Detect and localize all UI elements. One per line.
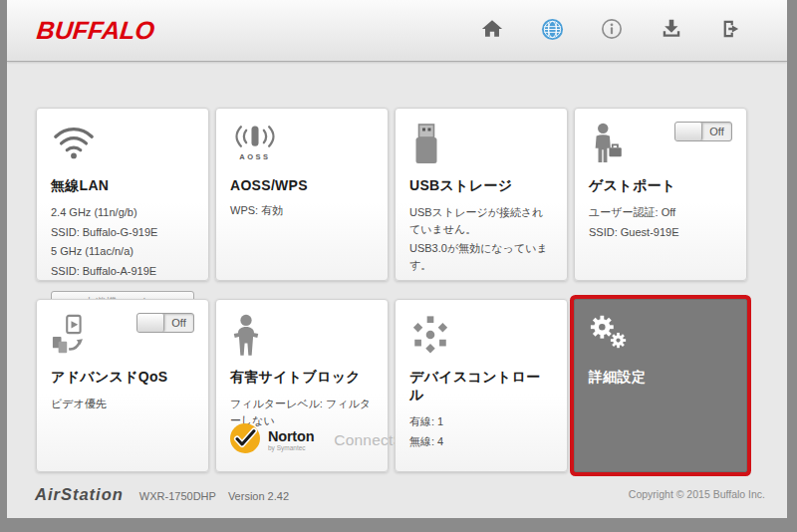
norton-connectsafe-logo: Norton by Symantec ConnectSafe bbox=[229, 422, 378, 458]
guest-auth-status: ユーザー認証: Off bbox=[589, 204, 732, 221]
card-title: デバイスコントロール bbox=[409, 369, 553, 404]
card-title: アドバンスドQoS bbox=[51, 369, 194, 387]
norton-brand: Norton bbox=[268, 429, 314, 444]
info-icon bbox=[601, 18, 623, 43]
card-advanced-qos[interactable]: Off アドバンスドQoS ビデオ優先 bbox=[36, 299, 209, 472]
toggle-state-label: Off bbox=[164, 314, 193, 332]
qos-media-icon bbox=[51, 313, 93, 361]
airstation-logo: AirStation bbox=[35, 485, 124, 504]
internet-globe-icon bbox=[541, 18, 564, 44]
band-5ghz: 5 GHz (11ac/n/a) bbox=[51, 243, 194, 260]
firmware-version: Version 2.42 bbox=[228, 490, 289, 502]
aoss-icon: AOSS bbox=[230, 122, 280, 161]
card-aoss-wps[interactable]: AOSS AOSS/WPS WPS: 有効 bbox=[215, 108, 389, 281]
toggle-knob bbox=[137, 314, 164, 332]
browser-frame: BUFFALO bbox=[0, 0, 797, 532]
band-24ghz: 2.4 GHz (11n/g/b) bbox=[51, 204, 194, 221]
toggle-state-label: Off bbox=[702, 123, 731, 140]
card-guest-port[interactable]: Off ゲストポート ユーザー認証: Off SSID: Guest-919E bbox=[574, 108, 747, 281]
save-config-button[interactable] bbox=[660, 19, 683, 43]
ssid-24ghz: SSID: Buffalo-G-919E bbox=[51, 224, 194, 241]
device-cluster-icon bbox=[409, 313, 451, 361]
airstation-dashboard: BUFFALO bbox=[7, 0, 787, 518]
home-icon bbox=[481, 18, 503, 43]
info-button[interactable] bbox=[600, 19, 624, 43]
norton-check-icon bbox=[229, 422, 261, 458]
card-wireless-lan[interactable]: 無線LAN 2.4 GHz (11n/g/b) SSID: Buffalo-G-… bbox=[36, 108, 209, 281]
wps-status: WPS: 有効 bbox=[230, 202, 374, 219]
qos-priority: ビデオ優先 bbox=[51, 396, 194, 412]
model-number: WXR-1750DHP bbox=[139, 490, 216, 502]
ssid-5ghz: SSID: Buffalo-A-919E bbox=[51, 263, 194, 280]
usb-icon bbox=[409, 122, 443, 171]
qos-toggle[interactable]: Off bbox=[136, 313, 194, 333]
buffalo-logo: BUFFALO bbox=[35, 16, 155, 45]
card-title: AOSS/WPS bbox=[230, 177, 374, 193]
card-advanced-settings[interactable]: 詳細設定 bbox=[574, 299, 747, 472]
card-title: ゲストポート bbox=[589, 177, 732, 195]
toggle-knob bbox=[675, 123, 702, 140]
footer-bar: AirStation WXR-1750DHP Version 2.42 Copy… bbox=[7, 472, 787, 518]
aoss-icon-label: AOSS bbox=[239, 152, 270, 161]
card-device-control[interactable]: デバイスコントロール 有線: 1 無線: 4 bbox=[395, 299, 568, 472]
tile-grid: 無線LAN 2.4 GHz (11n/g/b) SSID: Buffalo-G-… bbox=[36, 108, 747, 472]
card-title: USBストレージ bbox=[409, 177, 553, 195]
internet-button[interactable] bbox=[540, 19, 564, 43]
header-icon-group bbox=[480, 19, 743, 43]
guest-user-icon bbox=[589, 122, 627, 171]
copyright-text: Copyright © 2015 Buffalo Inc. bbox=[629, 488, 765, 500]
usb-status-1: USBストレージが接続されていません。 bbox=[409, 204, 553, 237]
logout-icon bbox=[720, 18, 742, 43]
dashboard-main: 無線LAN 2.4 GHz (11n/g/b) SSID: Buffalo-G-… bbox=[7, 62, 787, 472]
guest-ssid: SSID: Guest-919E bbox=[589, 224, 732, 241]
guest-port-toggle[interactable]: Off bbox=[674, 122, 732, 141]
save-config-icon bbox=[661, 18, 682, 43]
card-usb-storage[interactable]: USBストレージ USBストレージが接続されていません。 USB3.0が無効にな… bbox=[395, 108, 568, 281]
norton-sub: by Symantec bbox=[268, 445, 314, 452]
logout-button[interactable] bbox=[719, 19, 743, 43]
card-harmful-site-block[interactable]: 有害サイトブロック フィルターレベル: フィルターしない Norton by S… bbox=[215, 299, 389, 472]
wifi-icon bbox=[51, 122, 97, 165]
card-title: 無線LAN bbox=[51, 177, 194, 195]
header-bar: BUFFALO bbox=[7, 0, 787, 62]
gears-icon bbox=[589, 313, 629, 355]
wireless-count: 無線: 4 bbox=[409, 433, 553, 450]
card-title: 詳細設定 bbox=[589, 369, 732, 387]
person-icon bbox=[230, 313, 262, 363]
card-title: 有害サイトブロック bbox=[230, 369, 374, 387]
home-button[interactable] bbox=[480, 19, 504, 43]
usb-status-2: USB3.0が無効になっています。 bbox=[409, 240, 553, 273]
wired-count: 有線: 1 bbox=[409, 413, 553, 430]
